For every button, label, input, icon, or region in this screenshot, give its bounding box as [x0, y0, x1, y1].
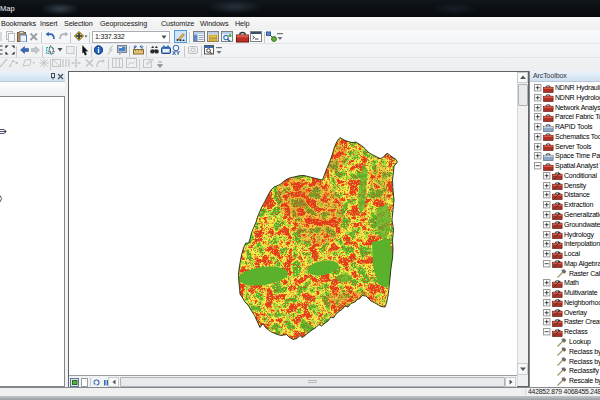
svg-text:XY: XY: [172, 50, 180, 56]
